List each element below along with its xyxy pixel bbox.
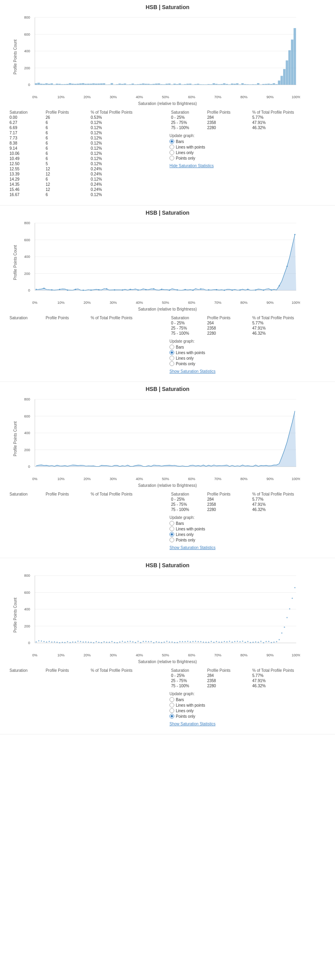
- y-axis-label: Profile Points Count: [13, 13, 17, 101]
- svg-rect-66: [179, 84, 181, 85]
- sat-value: 15.46: [8, 187, 44, 192]
- radio-btn-lines-only[interactable]: [169, 708, 174, 713]
- svg-text:60%: 60%: [188, 653, 195, 657]
- toggle-stats-link[interactable]: Show Saturation Statistics: [169, 722, 215, 726]
- svg-point-136: [51, 289, 52, 290]
- radio-btn-lines-with-points[interactable]: [169, 145, 174, 149]
- section-section1: HSB | SaturationProfile Points Count8006…: [0, 0, 335, 206]
- svg-point-278: [206, 642, 207, 643]
- chart-plot: 0%10%20%30%40%50%60%70%80%90%100%: [31, 219, 322, 306]
- svg-point-159: [232, 290, 233, 291]
- radio-btn-points-only[interactable]: [169, 714, 174, 719]
- svg-rect-98: [262, 84, 265, 85]
- chart-plot: 0%10%20%30%40%50%60%70%80%90%100%: [31, 395, 322, 482]
- svg-text:60%: 60%: [188, 95, 195, 99]
- radio-btn-bars[interactable]: [169, 521, 174, 526]
- svg-text:70%: 70%: [214, 477, 221, 481]
- radio-btn-bars[interactable]: [169, 697, 174, 702]
- radio-btn-bars[interactable]: [169, 345, 174, 349]
- radio-option-points-only[interactable]: Points only: [169, 714, 327, 719]
- radio-option-lines-only[interactable]: Lines only: [169, 532, 327, 537]
- radio-option-lines-with-points[interactable]: Lines with points: [169, 526, 327, 531]
- svg-point-294: [247, 641, 248, 642]
- svg-rect-85: [228, 84, 230, 85]
- radio-option-lines-with-points[interactable]: Lines with points: [169, 703, 327, 707]
- stats-right: Saturation Profile Points % of Total Pro…: [169, 315, 327, 374]
- radio-option-bars[interactable]: Bars: [169, 345, 327, 349]
- svg-text:30%: 30%: [110, 653, 117, 657]
- svg-rect-22: [64, 84, 66, 85]
- svg-point-237: [98, 642, 99, 643]
- svg-rect-87: [234, 84, 236, 85]
- svg-point-146: [129, 289, 131, 290]
- svg-point-142: [98, 289, 99, 290]
- summary-row: 0 - 25% 284 5.77%: [169, 673, 327, 678]
- radio-btn-lines-with-points[interactable]: [169, 526, 174, 531]
- summary-table: Saturation Profile Points % of Total Pro…: [169, 668, 327, 688]
- radio-btn-lines-only[interactable]: [169, 150, 174, 155]
- svg-rect-100: [267, 84, 270, 85]
- pts-value: 6: [44, 125, 89, 130]
- svg-rect-23: [66, 84, 69, 85]
- svg-point-292: [242, 641, 243, 642]
- radio-option-bars[interactable]: Bars: [169, 139, 327, 144]
- sum-pct: 46.32%: [251, 683, 327, 688]
- svg-rect-94: [252, 84, 254, 85]
- radio-option-lines-only[interactable]: Lines only: [169, 356, 327, 360]
- radio-option-lines-with-points[interactable]: Lines with points: [169, 145, 327, 149]
- radio-btn-lines-only[interactable]: [169, 356, 174, 360]
- y-axis-numbers: 8006004002000: [19, 395, 31, 482]
- sum-col-pct: % of Total Profile Points: [251, 492, 327, 497]
- svg-rect-62: [168, 84, 171, 85]
- svg-text:10%: 10%: [57, 95, 65, 99]
- svg-rect-43: [118, 84, 121, 85]
- svg-rect-30: [84, 84, 87, 85]
- section-section4: HSB | SaturationProfile Points Count8006…: [0, 558, 335, 734]
- pct-value: 0.24%: [89, 172, 166, 177]
- svg-point-234: [90, 642, 91, 643]
- radio-option-points-only[interactable]: Points only: [169, 361, 327, 366]
- svg-text:800: 800: [24, 221, 30, 225]
- svg-point-259: [156, 641, 157, 643]
- svg-rect-81: [218, 84, 220, 85]
- svg-text:30%: 30%: [110, 95, 117, 99]
- radio-btn-lines-with-points[interactable]: [169, 703, 174, 707]
- radio-option-lines-only[interactable]: Lines only: [169, 708, 327, 713]
- svg-text:70%: 70%: [214, 301, 221, 305]
- svg-point-306: [279, 639, 280, 640]
- update-graph-label: Update graph:: [169, 133, 327, 138]
- radio-btn-bars[interactable]: [169, 139, 174, 144]
- svg-point-216: [44, 641, 45, 642]
- toggle-stats-link[interactable]: Show Saturation Statistics: [169, 369, 215, 374]
- radio-label-bars: Bars: [176, 521, 184, 526]
- sum-col-pts: Profile Points: [206, 315, 251, 320]
- radio-btn-points-only[interactable]: [169, 156, 174, 160]
- col-header-points: Profile Points: [44, 668, 89, 673]
- pts-value: 6: [44, 177, 89, 182]
- radio-option-bars[interactable]: Bars: [169, 697, 327, 702]
- svg-rect-27: [77, 84, 79, 85]
- svg-rect-97: [260, 84, 262, 85]
- radio-option-points-only[interactable]: Points only: [169, 538, 327, 542]
- radio-option-points-only[interactable]: Points only: [169, 156, 327, 160]
- table-row: 7.17 6 0.12%: [8, 130, 166, 135]
- pct-value: 0.12%: [89, 177, 166, 182]
- svg-rect-37: [103, 83, 105, 85]
- detail-stats-table-empty: Saturation Profile Points % of Total Pro…: [8, 315, 166, 320]
- radio-option-lines-only[interactable]: Lines only: [169, 150, 327, 155]
- radio-btn-lines-only[interactable]: [169, 532, 174, 537]
- radio-btn-points-only[interactable]: [169, 361, 174, 366]
- radio-option-bars[interactable]: Bars: [169, 521, 327, 526]
- radio-btn-points-only[interactable]: [169, 538, 174, 542]
- svg-rect-47: [129, 84, 131, 85]
- stats-right: Saturation Profile Points % of Total Pro…: [169, 492, 327, 550]
- radio-option-lines-with-points[interactable]: Lines with points: [169, 350, 327, 355]
- sum-col-pts: Profile Points: [206, 110, 251, 115]
- radio-btn-lines-with-points[interactable]: [169, 350, 174, 355]
- chart-title: HSB | Saturation: [8, 210, 327, 216]
- svg-point-265: [171, 641, 173, 643]
- svg-rect-26: [74, 84, 76, 85]
- toggle-stats-link[interactable]: Hide Saturation Statistics: [169, 164, 214, 168]
- table-row: 6.69 6 0.12%: [8, 125, 166, 130]
- toggle-stats-link[interactable]: Show Saturation Statistics: [169, 545, 215, 550]
